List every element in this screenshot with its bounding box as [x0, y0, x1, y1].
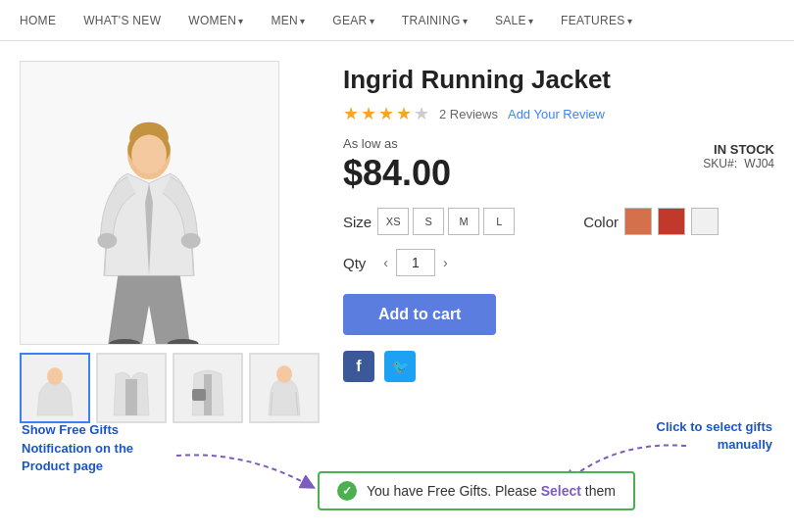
- nav-whats-new[interactable]: WHAT'S NEW: [83, 14, 161, 27]
- size-s[interactable]: S: [413, 208, 444, 235]
- thumbnail-2[interactable]: [96, 353, 167, 423]
- qty-row: Qty ‹ ›: [343, 249, 774, 276]
- svg-rect-15: [192, 389, 206, 401]
- nav-sale-arrow: ▾: [528, 16, 533, 26]
- product-info: Ingrid Running Jacket ★ ★ ★ ★ ★ 2 Review…: [343, 61, 774, 423]
- svg-point-6: [181, 233, 201, 249]
- sku-label: SKU#:: [703, 157, 737, 170]
- as-low-as-label: As low as: [343, 136, 451, 151]
- facebook-icon[interactable]: f: [343, 351, 374, 382]
- free-gifts-prefix: You have Free Gifts. Please: [367, 483, 541, 499]
- product-price: $84.00: [343, 153, 451, 194]
- add-to-cart-button[interactable]: Add to cart: [343, 294, 496, 335]
- product-page: Ingrid Running Jacket ★ ★ ★ ★ ★ 2 Review…: [0, 41, 794, 433]
- size-xs[interactable]: XS: [377, 208, 409, 235]
- svg-rect-12: [125, 379, 137, 415]
- svg-point-4: [131, 135, 167, 174]
- stock-status: IN STOCK: [703, 142, 774, 157]
- sku-value: WJ04: [744, 157, 774, 170]
- main-nav: HOME WHAT'S NEW WOMEN▾ MEN▾ GEAR▾ TRAINI…: [0, 0, 794, 41]
- star-2: ★: [361, 103, 376, 124]
- qty-increase[interactable]: ›: [441, 255, 450, 270]
- qty-label: Qty: [343, 255, 366, 271]
- qty-decrease[interactable]: ‹: [381, 255, 390, 270]
- free-gifts-select-link[interactable]: Select: [541, 483, 581, 499]
- rating-row: ★ ★ ★ ★ ★ 2 Reviews Add Your Review: [343, 103, 774, 124]
- star-1: ★: [343, 103, 359, 124]
- qty-input[interactable]: [396, 249, 435, 276]
- arrow-decoration-left: [167, 446, 323, 495]
- size-label: Size: [343, 214, 372, 230]
- callout-left: Show Free Gifts Notification on the Prod…: [22, 421, 178, 475]
- main-product-image[interactable]: [20, 61, 279, 345]
- color-swatch-2[interactable]: [658, 208, 685, 235]
- size-m[interactable]: M: [448, 208, 479, 235]
- nav-women-arrow: ▾: [238, 16, 243, 26]
- thumbnail-4[interactable]: [249, 353, 320, 423]
- color-swatch-3[interactable]: [691, 208, 719, 235]
- social-row: f 🐦: [343, 351, 774, 382]
- star-rating: ★ ★ ★ ★ ★: [343, 103, 429, 124]
- size-buttons: XS S M L: [377, 208, 515, 235]
- nav-home[interactable]: HOME: [20, 14, 56, 27]
- size-l[interactable]: L: [483, 208, 515, 235]
- free-gifts-suffix: them: [581, 483, 616, 499]
- product-thumbnails: [20, 353, 320, 423]
- free-gifts-check-icon: ✓: [337, 481, 357, 501]
- color-swatch-1[interactable]: [624, 208, 652, 235]
- thumbnail-1[interactable]: [20, 353, 90, 423]
- twitter-icon[interactable]: 🐦: [384, 351, 416, 382]
- nav-women[interactable]: WOMEN▾: [188, 14, 243, 27]
- color-label: Color: [583, 214, 619, 230]
- star-5: ★: [414, 103, 429, 124]
- add-review-link[interactable]: Add Your Review: [508, 107, 605, 121]
- qty-control: ‹ ›: [381, 249, 449, 276]
- nav-gear-arrow: ▾: [370, 16, 374, 26]
- nav-men[interactable]: MEN▾: [271, 14, 305, 27]
- star-3: ★: [378, 103, 394, 124]
- nav-training-arrow: ▾: [463, 16, 468, 26]
- product-images: [20, 61, 320, 423]
- star-4: ★: [396, 103, 412, 124]
- free-gifts-bar: ✓ You have Free Gifts. Please Select the…: [318, 471, 635, 510]
- thumbnail-3[interactable]: [173, 353, 243, 423]
- svg-point-5: [97, 233, 117, 249]
- color-swatches: [624, 208, 719, 235]
- sku-info: SKU#: WJ04: [703, 157, 774, 170]
- product-title: Ingrid Running Jacket: [343, 65, 774, 95]
- reviews-link[interactable]: 2 Reviews: [439, 107, 498, 121]
- nav-features-arrow: ▾: [627, 16, 632, 26]
- nav-sale[interactable]: SALE▾: [495, 14, 533, 27]
- nav-training[interactable]: TRAINING▾: [402, 14, 468, 27]
- nav-gear[interactable]: GEAR▾: [332, 14, 374, 27]
- size-color-row: Size XS S M L Color: [343, 208, 774, 235]
- free-gifts-message: You have Free Gifts. Please Select them: [367, 483, 616, 499]
- nav-men-arrow: ▾: [300, 16, 305, 26]
- nav-features[interactable]: FEATURES▾: [561, 14, 632, 27]
